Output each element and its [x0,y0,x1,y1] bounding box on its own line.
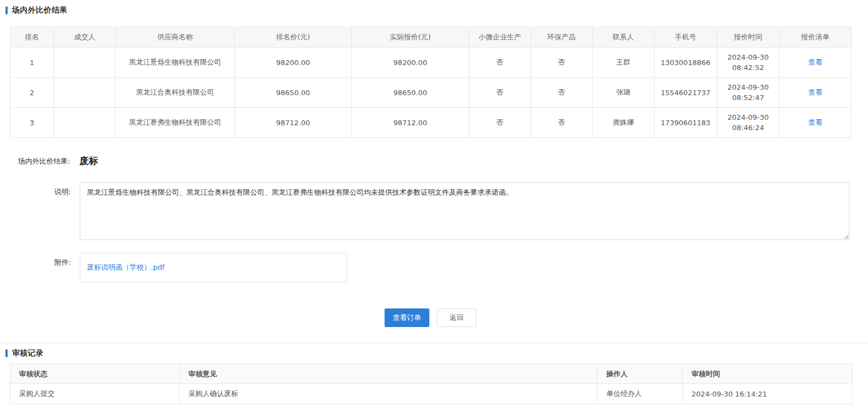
section-accent-bar [5,7,8,14]
cell-winner [54,48,116,78]
cell-small-micro: 否 [469,78,531,108]
attachment-label: 附件: [10,253,71,282]
quote-comparison-table: 排名 成交人 供应商名称 排名价(元) 实际报价(元) 小微企业生产 环保产品 … [10,27,852,138]
section-title-text: 审核记录 [12,348,44,358]
action-buttons: 查看订单 返回 [10,308,851,327]
cell-winner [54,78,116,108]
result-label: 场内外比价结果: [18,156,70,166]
col-header-supplier: 供应商名称 [116,27,235,48]
col-header-audit-status: 审核状态 [10,364,180,384]
col-header-eco-product: 环保产品 [531,27,593,48]
col-header-contact: 联系人 [593,27,654,48]
col-header-quote-list: 报价清单 [780,27,852,48]
cell-quote-list: 查看 [780,48,852,78]
cell-quote-list: 查看 [780,78,852,108]
cell-winner [54,108,116,138]
table-row: 1 黑龙江景烁生物科技有限公司 98200.00 98200.00 否 否 王群… [10,48,852,78]
cell-eco-product: 否 [531,48,593,78]
view-quote-list-link[interactable]: 查看 [808,118,823,126]
cell-quote-time: 2024-09-30 08:46:24 [717,108,780,138]
cell-eco-product: 否 [531,108,593,138]
view-order-button[interactable]: 查看订单 [385,308,429,327]
col-header-audit-time: 审核时间 [683,364,853,384]
quote-result-section-title: 场内外比价结果 [5,5,868,15]
audit-header-row: 审核状态 审核意见 操作人 审核时间 [10,364,853,384]
cell-supplier: 黑龙江赛弗生物科技有限公司 [116,108,235,138]
col-header-winner: 成交人 [54,27,116,48]
cell-rank: 2 [10,78,54,108]
cell-operator: 单位经办人 [598,384,683,404]
col-header-actual-price: 实际报价(元) [352,27,469,48]
table-row: 3 黑龙江赛弗生物科技有限公司 98712.00 98712.00 否 否 龚姝… [10,108,852,138]
result-value: 废标 [79,155,98,167]
attachment-file-link[interactable]: 废标说明函（学校）.pdf [87,263,164,272]
cell-supplier: 黑龙江景烁生物科技有限公司 [116,48,235,78]
quote-time-clock: 08:52:47 [719,92,777,103]
cell-small-micro: 否 [469,108,531,138]
cell-quote-list: 查看 [780,108,852,138]
cell-actual-price: 98200.00 [352,48,469,78]
quote-time-clock: 08:42:52 [719,62,777,73]
audit-record-table: 审核状态 审核意见 操作人 审核时间 采购人提交 采购人确认废标 单位经办人 2… [10,364,853,404]
cell-supplier: 黑龙江合奥科技有限公司 [116,78,235,108]
cell-rank-price: 98712.00 [235,108,352,138]
cell-audit-status: 采购人提交 [10,384,180,404]
page: 场内外比价结果 排名 成交人 供应商名称 排名价(元) 实际报价(元) 小微企业… [0,0,868,404]
cell-actual-price: 98650.00 [352,78,469,108]
description-row: 说明: 黑龙江景烁生物科技有限公司、黑龙江合奥科技有限公司、黑龙江赛弗生物科技有… [10,182,868,242]
cell-eco-product: 否 [531,78,593,108]
quote-time-clock: 08:46:24 [719,123,777,133]
back-button[interactable]: 返回 [437,308,476,327]
col-header-phone: 手机号 [654,27,717,48]
cell-phone: 17390601183 [654,108,717,138]
quote-time-date: 2024-09-30 [719,52,777,62]
audit-section-title: 审核记录 [5,348,868,358]
col-header-audit-opinion: 审核意见 [180,364,598,384]
cell-rank-price: 98650.00 [235,78,352,108]
section-title-text: 场内外比价结果 [12,5,68,15]
cell-contact: 龚姝娜 [593,108,654,138]
quote-time-date: 2024-09-30 [719,112,777,123]
view-quote-list-link[interactable]: 查看 [808,88,823,96]
col-header-quote-time: 报价时间 [717,27,780,48]
view-quote-list-link[interactable]: 查看 [808,58,823,66]
attachment-row: 附件: 废标说明函（学校）.pdf [10,253,868,282]
section-divider [0,343,868,343]
table-header-row: 排名 成交人 供应商名称 排名价(元) 实际报价(元) 小微企业生产 环保产品 … [10,27,852,48]
table-row: 2 黑龙江合奥科技有限公司 98650.00 98650.00 否 否 张璐 1… [10,78,852,108]
audit-row: 采购人提交 采购人确认废标 单位经办人 2024-09-30 16:14:21 [10,384,853,404]
cell-audit-time: 2024-09-30 16:14:21 [683,384,853,404]
col-header-small-micro: 小微企业生产 [469,27,531,48]
cell-audit-opinion: 采购人确认废标 [180,384,598,404]
cell-actual-price: 98712.00 [352,108,469,138]
cell-contact: 王群 [593,48,654,78]
cell-contact: 张璐 [593,78,654,108]
cell-rank-price: 98200.00 [235,48,352,78]
description-label: 说明: [10,182,71,242]
cell-small-micro: 否 [469,48,531,78]
cell-rank: 1 [10,48,54,78]
attachment-box: 废标说明函（学校）.pdf [80,253,347,282]
cell-phone: 13030018866 [654,48,717,78]
quote-time-date: 2024-09-30 [719,82,777,92]
col-header-rank-price: 排名价(元) [235,27,352,48]
cell-rank: 3 [10,108,54,138]
cell-quote-time: 2024-09-30 08:52:47 [717,78,780,108]
section-accent-bar [5,349,8,357]
col-header-rank: 排名 [10,27,54,48]
comparison-result-line: 场内外比价结果: 废标 [10,155,868,167]
cell-quote-time: 2024-09-30 08:42:52 [717,48,780,78]
cell-phone: 15546021737 [654,78,717,108]
col-header-operator: 操作人 [598,364,683,384]
description-textarea[interactable]: 黑龙江景烁生物科技有限公司、黑龙江合奥科技有限公司、黑龙江赛弗生物科技有限公司均… [80,182,849,240]
